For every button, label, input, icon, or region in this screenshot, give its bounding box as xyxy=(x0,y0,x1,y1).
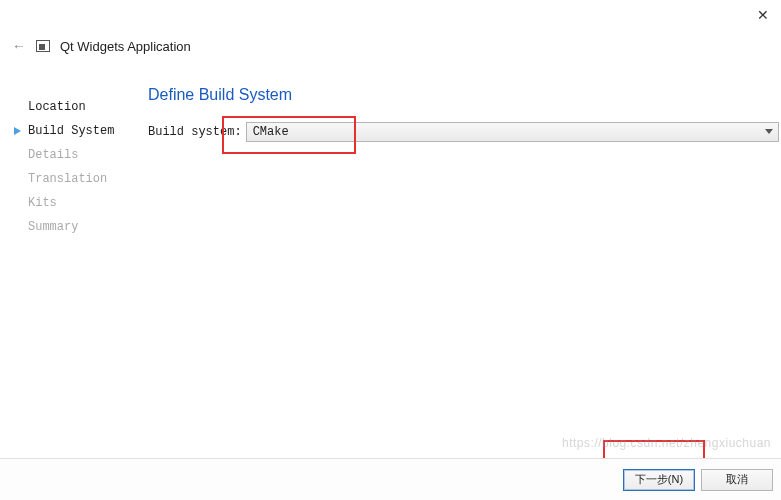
build-system-row: Build system: CMake xyxy=(148,122,779,142)
sidebar-item-label: Translation xyxy=(28,172,107,186)
build-system-label: Build system: xyxy=(148,125,244,139)
sidebar-item-location: Location xyxy=(28,95,138,119)
sidebar-item-build-system: Build System xyxy=(28,119,138,143)
sidebar-item-label: Build System xyxy=(28,124,114,138)
sidebar-item-details: Details xyxy=(28,143,138,167)
build-system-select[interactable]: CMake xyxy=(246,122,779,142)
footer: 下一步(N) 取消 xyxy=(0,458,781,500)
build-system-value: CMake xyxy=(253,125,289,139)
sidebar-item-label: Details xyxy=(28,148,78,162)
sidebar-item-label: Summary xyxy=(28,220,78,234)
back-arrow-icon[interactable]: ← xyxy=(12,38,26,54)
sidebar-item-kits: Kits xyxy=(28,191,138,215)
header: ← Qt Widgets Application xyxy=(12,38,191,54)
main-pane: Define Build System Build system: CMake xyxy=(148,86,779,142)
close-icon[interactable]: ✕ xyxy=(757,7,769,23)
watermark: https://blog.csdn.net/zhengxiuchuan xyxy=(562,436,771,450)
page-heading: Define Build System xyxy=(148,86,779,104)
active-step-arrow-icon xyxy=(14,127,21,135)
cancel-button[interactable]: 取消 xyxy=(701,469,773,491)
sidebar-item-label: Location xyxy=(28,100,86,114)
app-icon xyxy=(36,40,50,52)
window-title: Qt Widgets Application xyxy=(60,39,191,54)
sidebar-item-label: Kits xyxy=(28,196,57,210)
chevron-down-icon xyxy=(765,129,773,134)
next-button-label: 下一步(N) xyxy=(635,472,683,487)
cancel-button-label: 取消 xyxy=(726,472,748,487)
sidebar-item-summary: Summary xyxy=(28,215,138,239)
wizard-steps: Location Build System Details Translatio… xyxy=(28,95,138,239)
next-button[interactable]: 下一步(N) xyxy=(623,469,695,491)
sidebar-item-translation: Translation xyxy=(28,167,138,191)
